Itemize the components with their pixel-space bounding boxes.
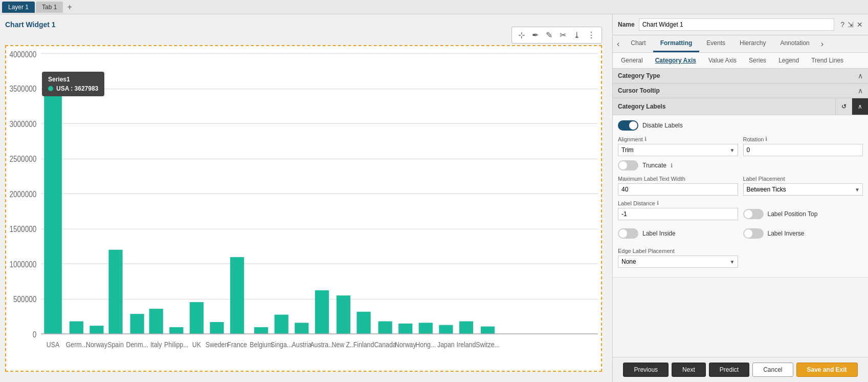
more-icon[interactable]: ⋮: [585, 29, 597, 41]
tools-icon[interactable]: ✂: [558, 29, 568, 41]
label-placement-select[interactable]: Between Ticks On Ticks: [743, 183, 863, 196]
previous-button[interactable]: Previous: [623, 363, 669, 377]
svg-text:Germ...: Germ...: [66, 341, 87, 349]
rotation-group: Rotation ℹ: [743, 136, 863, 156]
label-distance-input[interactable]: [618, 208, 738, 220]
svg-rect-32: [337, 295, 350, 334]
section-cursor-tooltip[interactable]: Cursor Tooltip ∧: [613, 83, 868, 98]
tab-layer1[interactable]: Layer 1: [2, 2, 35, 13]
disable-labels-slider: [618, 120, 638, 131]
tab-formatting[interactable]: Formatting: [653, 35, 700, 52]
svg-rect-20: [90, 326, 103, 334]
cursor-tooltip-collapse-btn[interactable]: ∧: [858, 87, 863, 95]
label-position-top-toggle[interactable]: [743, 209, 764, 219]
svg-text:Finland: Finland: [353, 341, 374, 349]
rotation-label: Rotation ℹ: [743, 136, 863, 142]
add-tab-button[interactable]: +: [64, 2, 75, 13]
move-icon[interactable]: ⊹: [516, 29, 527, 41]
tabs1-left-arrow[interactable]: ‹: [613, 37, 624, 51]
tab-hierarchy[interactable]: Hierarchy: [732, 35, 773, 52]
svg-rect-23: [149, 309, 163, 334]
svg-rect-19: [70, 321, 83, 333]
alignment-select-wrapper: Trim Left Center Right ▼: [618, 144, 738, 156]
max-label-width-group: Maximum Label Text Width: [618, 176, 738, 196]
tab-events[interactable]: Events: [699, 35, 732, 52]
edge-label-placement-select[interactable]: None First Last Both: [618, 256, 738, 268]
label-inverse-group: Label Inverse: [743, 228, 863, 244]
label-inside-inverse-row: Label Inside Label Inverse: [618, 228, 863, 244]
disable-labels-toggle[interactable]: [618, 120, 638, 131]
label-distance-group: Label Distance ℹ: [618, 200, 738, 220]
label-inside-toggle[interactable]: [618, 228, 638, 239]
svg-text:Austria: Austria: [292, 341, 312, 349]
panel-name-input[interactable]: [639, 18, 835, 31]
tab2-trend-lines[interactable]: Trend Lines: [806, 55, 849, 66]
label-distance-label: Label Distance ℹ: [618, 200, 738, 206]
label-placement-select-wrapper: Between Ticks On Ticks ▼: [743, 183, 863, 196]
cancel-button[interactable]: Cancel: [752, 363, 793, 377]
svg-text:Switze...: Switze...: [476, 341, 500, 349]
svg-text:New Z...: New Z...: [331, 341, 355, 349]
disable-labels-label: Disable Labels: [642, 122, 683, 129]
alignment-rotation-row: Alignment ℹ Trim Left Center Right ▼: [618, 136, 863, 156]
refresh-icon[interactable]: ↺: [835, 98, 852, 115]
label-inverse-slider: [743, 228, 764, 239]
chart-container: Series1 USA : 3627983 4000000 3500000 30…: [5, 45, 602, 372]
right-panel: Name ? ⇲ ✕ ‹ Chart Formatting Events Hie…: [612, 14, 868, 382]
collapse-icon[interactable]: ∧: [852, 98, 868, 115]
tab-chart[interactable]: Chart: [624, 35, 653, 52]
svg-text:3500000: 3500000: [9, 84, 36, 93]
tab2-legend[interactable]: Legend: [773, 55, 804, 66]
section-category-labels-header: Category Labels ↺ ∧: [613, 98, 868, 115]
rotation-info-icon: ℹ: [765, 136, 767, 142]
svg-rect-28: [254, 327, 268, 334]
svg-rect-31: [315, 290, 329, 334]
svg-rect-35: [398, 324, 412, 334]
predict-button[interactable]: Predict: [709, 363, 749, 377]
close-icon[interactable]: ✕: [857, 20, 863, 29]
svg-rect-21: [108, 250, 122, 334]
pen-icon[interactable]: ✒: [530, 29, 541, 41]
max-label-width-input[interactable]: [618, 183, 738, 196]
tab-tab1[interactable]: Tab 1: [36, 2, 63, 13]
tab2-category-axis[interactable]: Category Axis: [650, 55, 701, 66]
main-area: Chart Widget 1 ⊹ ✒ ✎ ✂ ⤓ ⋮ Series1 USA :…: [0, 14, 868, 382]
svg-text:Belgium: Belgium: [250, 341, 273, 349]
tabs1-right-arrow[interactable]: ›: [817, 37, 828, 51]
truncate-label: Truncate: [642, 162, 666, 169]
expand-icon[interactable]: ⇲: [848, 20, 854, 29]
tab2-general[interactable]: General: [616, 55, 648, 66]
edit-icon[interactable]: ✎: [544, 29, 554, 41]
label-inverse-toggle[interactable]: [743, 228, 764, 239]
help-icon[interactable]: ?: [840, 20, 844, 29]
svg-rect-22: [130, 314, 144, 334]
svg-text:Sweden: Sweden: [206, 341, 229, 349]
svg-text:Spain: Spain: [107, 341, 124, 349]
truncate-row: Truncate ℹ: [618, 160, 863, 171]
label-inside-row: Label Inside: [618, 228, 738, 239]
save-exit-button[interactable]: Save and Exit: [796, 363, 858, 377]
chart-toolbar: ⊹ ✒ ✎ ✂ ⤓ ⋮: [511, 27, 602, 44]
tab2-value-axis[interactable]: Value Axis: [703, 55, 742, 66]
svg-text:3000000: 3000000: [9, 120, 36, 129]
section-category-type[interactable]: Category Type ∧: [613, 69, 868, 83]
svg-text:Norway: Norway: [395, 341, 416, 349]
section-category-labels-title: Category Labels: [613, 100, 835, 113]
truncate-info-icon: ℹ: [671, 162, 673, 169]
rotation-input[interactable]: [743, 144, 863, 156]
tab-annotation[interactable]: Annotation: [773, 35, 816, 52]
truncate-toggle[interactable]: [618, 160, 638, 171]
disable-labels-row: Disable Labels: [618, 120, 863, 131]
svg-rect-38: [459, 321, 473, 333]
download-icon[interactable]: ⤓: [571, 29, 582, 41]
label-placement-group: Label Placement Between Ticks On Ticks ▼: [743, 176, 863, 196]
next-button[interactable]: Next: [672, 363, 706, 377]
tab2-series[interactable]: Series: [744, 55, 771, 66]
section-cursor-tooltip-title: Cursor Tooltip: [618, 87, 660, 94]
svg-text:Singa...: Singa...: [271, 341, 292, 349]
category-type-collapse-btn[interactable]: ∧: [858, 72, 863, 80]
label-inside-label: Label Inside: [642, 230, 676, 237]
label-position-top-row: Label Position Top: [743, 209, 863, 219]
svg-rect-36: [419, 323, 433, 334]
alignment-select[interactable]: Trim Left Center Right: [618, 144, 738, 156]
